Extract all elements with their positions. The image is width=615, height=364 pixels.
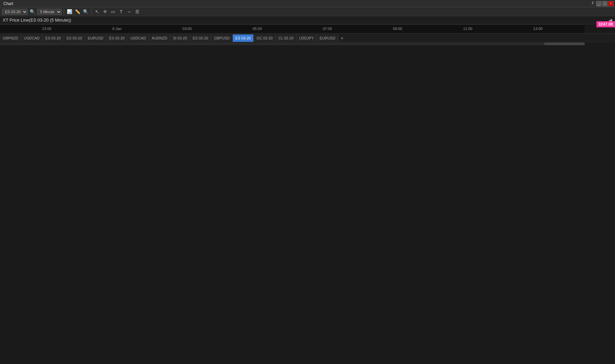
chart-title-bar: XT Price Line(ES 03-20 (5 Minute)) ◀ <box>0 16 615 24</box>
list-icon[interactable]: ☰ <box>134 8 141 15</box>
time-axis: 23:00 8 Jan 03:00 05:00 07:00 09:00 11:0… <box>0 24 585 33</box>
timeframe-dropdown[interactable]: 5 Minute <box>37 9 62 15</box>
window-controls: F _ □ × <box>592 1 615 6</box>
restore-label: F <box>592 1 595 6</box>
time-label-1100: 11:00 <box>463 27 473 31</box>
time-label-0300: 03:00 <box>183 27 192 31</box>
tab-item-3[interactable]: ES 03-20 <box>64 34 85 42</box>
minimize-button[interactable]: _ <box>596 1 602 6</box>
crosshair-icon[interactable]: ✛ <box>102 8 108 15</box>
bottom-bar <box>0 42 615 45</box>
chart-type-icon[interactable]: 📊 <box>66 8 73 15</box>
search-icon[interactable]: 🔍 <box>29 8 36 15</box>
measure-icon[interactable]: ↔ <box>126 8 133 15</box>
scroll-bar[interactable] <box>0 43 585 45</box>
time-label-8jan: 8 Jan <box>112 27 121 31</box>
tab-item-2[interactable]: ES 03-20 <box>43 34 64 42</box>
time-label-1300: 13:00 <box>533 27 543 31</box>
toolbar: ES 03-20 🔍 5 Minute 📊 ✏️ 🔍 ↖ ✛ ▭ T ↔ ☰ <box>0 7 615 16</box>
separator-2 <box>91 9 91 15</box>
time-label-0500: 05:00 <box>253 27 262 31</box>
tab-item-15[interactable]: EURUSD <box>317 34 338 42</box>
tab-item-10[interactable]: GBPUSD <box>211 34 232 42</box>
tab-item-6[interactable]: USDCAD <box>128 34 149 42</box>
current-price-label: 3247.00 <box>596 21 615 27</box>
title-bar: Chart F _ □ × <box>0 0 615 7</box>
rectangle-icon[interactable]: ▭ <box>110 8 116 15</box>
text-icon[interactable]: T <box>118 8 124 15</box>
tab-item-13[interactable]: CL 02-20 <box>276 34 297 42</box>
tab-item-7[interactable]: AUDNZD <box>149 34 170 42</box>
app-title: Chart <box>1 1 15 6</box>
tab-item-5[interactable]: ES 03-20 <box>107 34 128 42</box>
scroll-thumb[interactable] <box>544 43 585 45</box>
time-label-2300: 23:00 <box>42 27 52 31</box>
tab-bar: GBPNZDUSDCADES 03-20ES 03-20EURUSDES 03-… <box>0 33 615 42</box>
close-button[interactable]: × <box>608 1 614 6</box>
time-label-0700: 07:00 <box>323 27 332 31</box>
tab-item-9[interactable]: ES 03-20 <box>190 34 211 42</box>
instrument-dropdown[interactable]: ES 03-20 <box>2 9 28 15</box>
tab-item-0[interactable]: GBPNZD <box>0 34 21 42</box>
maximize-button[interactable]: □ <box>602 1 608 6</box>
zoom-icon[interactable]: 🔍 <box>82 8 89 15</box>
draw-icon[interactable]: ✏️ <box>74 8 81 15</box>
add-tab-button[interactable]: + <box>338 34 346 42</box>
tab-item-14[interactable]: USDJPY <box>297 34 317 42</box>
tab-item-1[interactable]: USDCAD <box>21 34 43 42</box>
tab-item-12[interactable]: GC 02-20 <box>254 34 276 42</box>
title-bar-left: Chart <box>0 1 15 6</box>
tab-item-8[interactable]: SI 03-20 <box>170 34 190 42</box>
tab-item-11[interactable]: ES 03-20 <box>233 34 254 42</box>
chart-title: XT Price Line(ES 03-20 (5 Minute)) <box>3 18 71 23</box>
separator-1 <box>64 9 64 15</box>
cursor-icon[interactable]: ↖ <box>93 8 100 15</box>
tab-item-4[interactable]: EURUSD <box>85 34 106 42</box>
time-label-0900: 09:00 <box>393 27 402 31</box>
